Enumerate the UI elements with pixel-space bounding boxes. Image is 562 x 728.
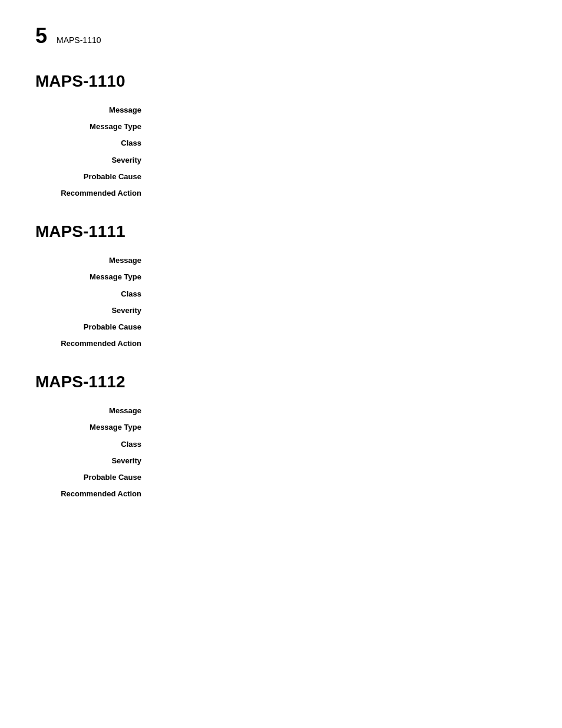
field-label: Recommended Action bbox=[35, 188, 153, 199]
page-number: 5 bbox=[35, 24, 47, 48]
field-row: Recommended Action bbox=[35, 489, 527, 499]
field-row: Class bbox=[35, 439, 527, 450]
entry-maps-1112: MAPS-1112MessageMessage TypeClassSeverit… bbox=[35, 373, 527, 499]
field-row: Recommended Action bbox=[35, 338, 527, 349]
field-value bbox=[153, 422, 527, 433]
field-value bbox=[153, 406, 527, 416]
field-value bbox=[153, 155, 527, 166]
entry-maps-1110-title: MAPS-1110 bbox=[35, 72, 527, 91]
field-row: Severity bbox=[35, 456, 527, 466]
field-value bbox=[153, 172, 527, 182]
field-row: Message bbox=[35, 406, 527, 416]
field-value bbox=[153, 289, 527, 299]
field-label: Class bbox=[35, 439, 153, 450]
field-value bbox=[153, 121, 527, 132]
field-value bbox=[153, 338, 527, 349]
field-row: Message Type bbox=[35, 422, 527, 433]
field-label: Message Type bbox=[35, 272, 153, 282]
field-label: Severity bbox=[35, 155, 153, 166]
field-row: Message bbox=[35, 255, 527, 266]
field-value bbox=[153, 439, 527, 450]
field-row: Recommended Action bbox=[35, 188, 527, 199]
field-label: Recommended Action bbox=[35, 489, 153, 499]
field-label: Class bbox=[35, 138, 153, 149]
entry-maps-1112-title: MAPS-1112 bbox=[35, 373, 527, 391]
field-row: Probable Cause bbox=[35, 172, 527, 182]
entry-maps-1110: MAPS-1110MessageMessage TypeClassSeverit… bbox=[35, 72, 527, 199]
field-value bbox=[153, 489, 527, 499]
field-row: Severity bbox=[35, 155, 527, 166]
field-value bbox=[153, 105, 527, 116]
field-value bbox=[153, 322, 527, 332]
field-row: Message Type bbox=[35, 272, 527, 282]
field-row: Message bbox=[35, 105, 527, 116]
field-label: Class bbox=[35, 289, 153, 299]
field-row: Probable Cause bbox=[35, 322, 527, 332]
entry-maps-1111-title: MAPS-1111 bbox=[35, 222, 527, 241]
field-label: Message bbox=[35, 406, 153, 416]
field-value bbox=[153, 255, 527, 266]
field-label: Message Type bbox=[35, 121, 153, 132]
field-label: Probable Cause bbox=[35, 472, 153, 483]
field-value bbox=[153, 272, 527, 282]
field-value bbox=[153, 456, 527, 466]
page-header: 5 MAPS-1110 bbox=[35, 24, 527, 48]
field-value bbox=[153, 305, 527, 316]
field-label: Message bbox=[35, 255, 153, 266]
field-row: Class bbox=[35, 289, 527, 299]
field-label: Severity bbox=[35, 456, 153, 466]
field-row: Probable Cause bbox=[35, 472, 527, 483]
field-value bbox=[153, 188, 527, 199]
field-label: Message Type bbox=[35, 422, 153, 433]
page-title-header: MAPS-1110 bbox=[57, 35, 101, 45]
field-label: Probable Cause bbox=[35, 172, 153, 182]
field-label: Message bbox=[35, 105, 153, 116]
field-value bbox=[153, 138, 527, 149]
field-row: Message Type bbox=[35, 121, 527, 132]
field-label: Severity bbox=[35, 305, 153, 316]
field-row: Severity bbox=[35, 305, 527, 316]
field-label: Probable Cause bbox=[35, 322, 153, 332]
field-label: Recommended Action bbox=[35, 338, 153, 349]
entry-maps-1111: MAPS-1111MessageMessage TypeClassSeverit… bbox=[35, 222, 527, 349]
field-value bbox=[153, 472, 527, 483]
field-row: Class bbox=[35, 138, 527, 149]
